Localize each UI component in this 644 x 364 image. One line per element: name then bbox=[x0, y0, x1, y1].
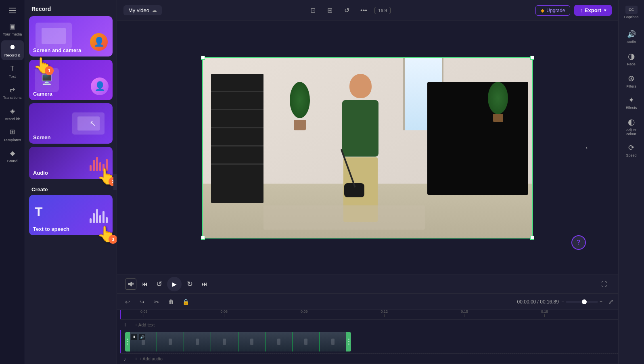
collapse-panel-btn[interactable]: ‹ bbox=[113, 174, 117, 190]
brand-kit-icon: ◈ bbox=[8, 107, 17, 115]
effects-label: Effects bbox=[626, 106, 637, 110]
clip-thumb-5 bbox=[238, 332, 265, 351]
shelf-2 bbox=[211, 109, 263, 110]
resize-handle-top-right[interactable] bbox=[530, 56, 534, 60]
export-button[interactable]: ↑ Export ▾ bbox=[574, 5, 612, 16]
clip-mute-btn[interactable]: ⏸ bbox=[131, 334, 137, 340]
sidebar-item-brand[interactable]: ◆ Brand bbox=[1, 146, 24, 165]
captions-icon: CC bbox=[625, 6, 638, 14]
add-text-btn[interactable]: + Add text bbox=[135, 322, 155, 327]
mute-icon bbox=[128, 281, 134, 287]
cut-btn[interactable]: ✂ bbox=[151, 296, 162, 308]
right-audio-btn[interactable]: 🔊 Audio bbox=[620, 27, 643, 47]
shelf-3 bbox=[211, 127, 263, 128]
rotate-btn[interactable]: ↺ bbox=[341, 4, 353, 17]
zoom-slider[interactable] bbox=[566, 301, 598, 303]
resize-handle-top-left[interactable] bbox=[201, 56, 205, 60]
aspect-ratio-badge: 16:9 bbox=[374, 7, 390, 14]
hamburger-line bbox=[9, 10, 16, 11]
hamburger-menu[interactable] bbox=[5, 3, 20, 18]
audio-icon: 🔊 bbox=[627, 30, 636, 39]
resize-handle-bottom-left[interactable] bbox=[201, 236, 205, 240]
sidebar-item-record[interactable]: ⏺ Record & bbox=[1, 40, 24, 60]
fit-btn[interactable]: ⊞ bbox=[324, 4, 336, 17]
screen-deco bbox=[42, 28, 66, 44]
sidebar-item-transitions[interactable]: ⇄ Transitions bbox=[1, 83, 24, 102]
ruler-tick-0:09: 0:09 bbox=[301, 310, 308, 317]
captions-cc-text: CC bbox=[629, 8, 634, 12]
screen-and-camera-card[interactable]: 👤 Screen and camera bbox=[29, 16, 113, 56]
playhead-video bbox=[120, 330, 121, 353]
hamburger-line bbox=[9, 13, 16, 13]
lock-btn[interactable]: 🔒 bbox=[180, 296, 191, 308]
timeline-time-display: 00:00.00 / 00:16.89 − + ⤢ bbox=[517, 298, 613, 305]
filters-icon: ⊛ bbox=[628, 73, 635, 83]
adjust-colour-icon: ◐ bbox=[628, 117, 635, 127]
upgrade-label: Upgrade bbox=[546, 8, 565, 13]
play-pause-btn[interactable]: ▶ bbox=[167, 277, 182, 291]
video-clip[interactable]: ⏸ 🔊 bbox=[125, 332, 351, 351]
resize-handle-bottom-right[interactable] bbox=[530, 236, 534, 240]
sidebar-item-brand-kit[interactable]: ◈ Brand kit bbox=[1, 104, 24, 123]
playback-right: ⛶ bbox=[598, 278, 610, 290]
right-fade-btn[interactable]: ◑ Fade bbox=[620, 48, 643, 69]
crop-btn[interactable]: ⊡ bbox=[307, 4, 319, 17]
right-adjust-colour-btn[interactable]: ◐ Adjustcolour bbox=[620, 114, 643, 139]
templates-icon: ⊞ bbox=[8, 128, 17, 136]
second-plant-pot bbox=[493, 114, 503, 122]
clip-handle-right[interactable] bbox=[346, 332, 351, 351]
collapse-right-btn[interactable]: ‹ bbox=[586, 145, 588, 151]
timeline-toolbar: ↩ ↪ ✂ 🗑 🔒 00:00.00 / 00:16.89 − + ⤢ bbox=[117, 294, 618, 310]
sidebar-item-text[interactable]: T Text bbox=[1, 62, 24, 81]
add-audio-btn[interactable]: + Add audio bbox=[139, 356, 162, 361]
skip-to-end-btn[interactable]: ⏭ bbox=[198, 278, 211, 291]
monitor-deco bbox=[36, 23, 72, 49]
clip-audio-btn[interactable]: 🔊 bbox=[139, 334, 145, 340]
zoom-in-icon[interactable]: + bbox=[600, 299, 602, 305]
main-area: My video ☁ ⊡ ⊞ ↺ ••• 16:9 ◆ Upgrade ↑ Ex… bbox=[117, 0, 618, 364]
playback-bar: ⏮ ↺ ▶ ↻ ⏭ ⛶ bbox=[117, 274, 618, 293]
sidebar-item-templates[interactable]: ⊞ Templates bbox=[1, 125, 24, 144]
timeline-tracks-area: 0:03 0:06 0:09 bbox=[120, 310, 618, 364]
sidebar-item-your-media[interactable]: ▣ Your media bbox=[1, 19, 24, 39]
avatar-deco: 👤 bbox=[91, 77, 109, 95]
shelf-1 bbox=[211, 91, 263, 92]
hamburger-line bbox=[9, 8, 16, 8]
video-title: My video bbox=[128, 7, 149, 13]
right-sidebar: CC Captions 🔊 Audio ◑ Fade ⊛ Filters ✦ E… bbox=[618, 0, 644, 364]
transitions-icon: ⇄ bbox=[8, 85, 17, 94]
card-label: Screen and camera bbox=[33, 47, 81, 53]
redo-btn[interactable]: ↪ bbox=[136, 296, 148, 308]
expand-timeline-btn[interactable]: ⤢ bbox=[608, 298, 613, 305]
captions-label: Captions bbox=[624, 15, 639, 19]
help-button[interactable]: ? bbox=[571, 235, 586, 250]
undo-btn[interactable]: ↩ bbox=[122, 296, 133, 308]
speed-label: Speed bbox=[626, 153, 636, 157]
screen-card[interactable]: Screen ↖ bbox=[29, 103, 113, 144]
cursor-2-wrap: 👆 2 bbox=[97, 167, 116, 185]
upgrade-button[interactable]: ◆ Upgrade bbox=[535, 5, 570, 16]
fullscreen-btn[interactable]: ⛶ bbox=[598, 278, 610, 290]
video-title-tab[interactable]: My video ☁ bbox=[123, 5, 162, 15]
zoom-out-icon[interactable]: − bbox=[561, 299, 564, 305]
card-label: Camera bbox=[33, 91, 52, 97]
video-frame[interactable] bbox=[202, 57, 533, 238]
vacuum-cleaner bbox=[344, 165, 385, 197]
clip-handle-left[interactable] bbox=[125, 332, 130, 351]
right-filters-btn[interactable]: ⊛ Filters bbox=[620, 70, 643, 92]
clip-thumb-7 bbox=[293, 332, 319, 351]
screen-deco bbox=[72, 113, 105, 135]
forward-5s-btn[interactable]: ↻ bbox=[183, 278, 196, 291]
more-options-btn[interactable]: ••• bbox=[358, 4, 370, 17]
zoom-thumb[interactable] bbox=[582, 299, 587, 304]
card-background: Screen ↖ bbox=[29, 103, 113, 144]
rewind-5s-btn[interactable]: ↺ bbox=[153, 278, 165, 291]
skip-to-start-btn[interactable]: ⏮ bbox=[138, 278, 151, 291]
mute-button[interactable] bbox=[125, 278, 136, 290]
right-speed-btn[interactable]: ⟳ Speed bbox=[620, 140, 643, 161]
right-effects-btn[interactable]: ✦ Effects bbox=[620, 92, 643, 113]
delete-btn[interactable]: 🗑 bbox=[165, 296, 177, 308]
captions-section: CC Captions bbox=[620, 3, 643, 21]
effects-icon: ✦ bbox=[628, 96, 634, 105]
person-head bbox=[349, 74, 372, 98]
